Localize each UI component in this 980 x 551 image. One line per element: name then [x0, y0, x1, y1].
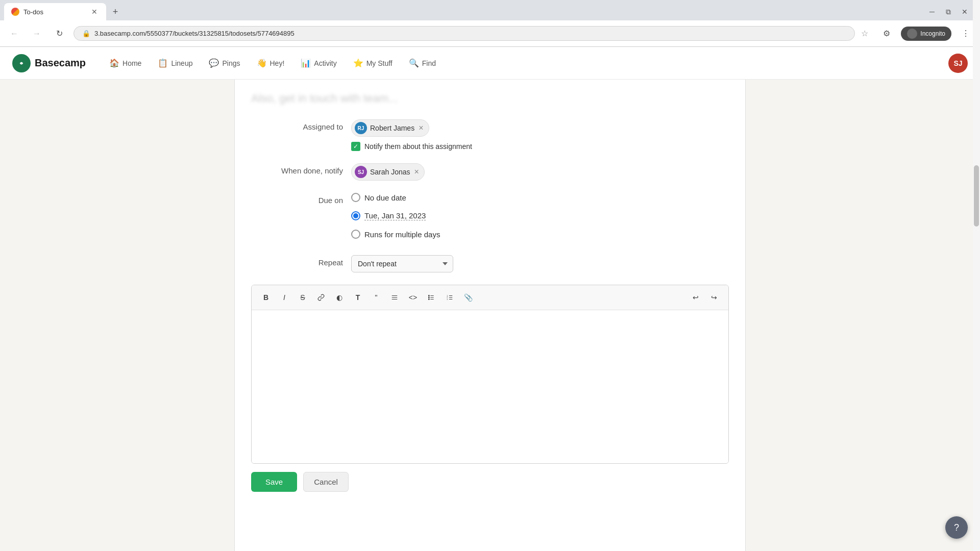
nav-hey[interactable]: 👋 Hey!: [250, 54, 292, 72]
nav-my-stuff-label: My Stuff: [366, 59, 393, 67]
logo-icon: [12, 54, 31, 72]
forward-button[interactable]: →: [29, 26, 45, 42]
main-content: Also, get in touch with team... Assigned…: [0, 80, 980, 551]
user-avatar[interactable]: SJ: [948, 54, 968, 73]
heading-button[interactable]: T: [350, 289, 366, 306]
nav-home[interactable]: 🏠 Home: [102, 54, 149, 72]
numbered-list-button[interactable]: 1 2 3: [442, 289, 458, 306]
svg-text:3: 3: [447, 298, 448, 300]
notify-person-chip[interactable]: SJ Sarah Jonas ×: [351, 163, 425, 181]
scrollbar-track: [973, 0, 980, 551]
specific-date-label[interactable]: Tue, Jan 31, 2023: [364, 211, 426, 220]
toolbar-right: ↩ ↪: [688, 289, 722, 306]
nav-hey-label: Hey!: [270, 59, 285, 67]
home-icon: 🏠: [109, 58, 119, 68]
menu-button[interactable]: ⋮: [958, 26, 974, 42]
incognito-label: Incognito: [920, 30, 945, 37]
extensions-button[interactable]: ⚙: [878, 26, 895, 42]
assigned-person-remove[interactable]: ×: [419, 124, 423, 132]
highlight-button[interactable]: ◐: [331, 289, 348, 306]
notify-checkbox-row[interactable]: ✓ Notify them about this assignment: [351, 142, 729, 151]
attachment-button[interactable]: 📎: [460, 289, 476, 306]
logo[interactable]: Basecamp: [12, 54, 86, 72]
new-tab-button[interactable]: +: [108, 5, 122, 19]
italic-button[interactable]: I: [276, 289, 292, 306]
notify-checkbox[interactable]: ✓: [351, 142, 360, 151]
nav-my-stuff[interactable]: ⭐ My Stuff: [346, 54, 400, 72]
multiple-days-radio[interactable]: [351, 230, 360, 239]
header-right: SJ: [948, 54, 968, 73]
notify-person-name: Sarah Jonas: [370, 168, 410, 176]
bookmark-button[interactable]: ☆: [861, 29, 868, 38]
help-button[interactable]: ?: [945, 516, 968, 539]
active-tab[interactable]: To-dos ✕: [4, 3, 106, 20]
nav-lineup-label: Lineup: [171, 59, 192, 67]
link-button[interactable]: [313, 289, 329, 306]
repeat-row: Repeat Don't repeat Every day Every week…: [251, 255, 729, 272]
bold-button[interactable]: B: [258, 289, 274, 306]
quote-button[interactable]: ": [368, 289, 384, 306]
activity-icon: 📊: [301, 58, 311, 68]
when-done-row: When done, notify SJ Sarah Jonas ×: [251, 163, 729, 181]
svg-point-7: [428, 295, 429, 296]
no-due-date-row[interactable]: No due date: [351, 193, 729, 202]
window-minimize[interactable]: ─: [925, 5, 939, 19]
save-button[interactable]: Save: [251, 472, 297, 492]
nav-lineup[interactable]: 📋 Lineup: [151, 54, 200, 72]
url-lock-icon: 🔒: [82, 30, 90, 37]
strikethrough-button[interactable]: S: [295, 289, 311, 306]
specific-date-radio[interactable]: [351, 211, 360, 220]
tab-favicon: [11, 8, 19, 16]
svg-point-8: [428, 297, 429, 298]
url-text: 3.basecamp.com/5550377/buckets/31325815/…: [94, 30, 295, 37]
back-button[interactable]: ←: [6, 26, 22, 42]
nav-pings[interactable]: 💬 Pings: [202, 54, 247, 72]
tab-bar: To-dos ✕ + ─ ⧉ ✕: [0, 0, 980, 20]
editor-body[interactable]: [252, 310, 728, 463]
when-done-label: When done, notify: [251, 163, 343, 175]
due-on-row: Due on No due date Tue, Jan 31, 2023: [251, 193, 729, 243]
pings-icon: 💬: [209, 58, 219, 68]
cancel-button[interactable]: Cancel: [303, 472, 349, 492]
url-bar[interactable]: 🔒 3.basecamp.com/5550377/buckets/3132581…: [74, 26, 855, 41]
code-button[interactable]: <>: [405, 289, 421, 306]
when-done-field: SJ Sarah Jonas ×: [351, 163, 729, 181]
reload-button[interactable]: ↻: [51, 26, 67, 42]
notify-person-remove[interactable]: ×: [414, 168, 419, 176]
main-nav: 🏠 Home 📋 Lineup 💬 Pings 👋 Hey! 📊 Activit…: [102, 54, 944, 72]
no-due-date-radio[interactable]: [351, 193, 360, 202]
browser-actions: ⚙: [878, 26, 895, 42]
bottom-bar: Save Cancel: [251, 472, 729, 492]
nav-activity-label: Activity: [314, 59, 336, 67]
assigned-to-row: Assigned to RJ Robert James × ✓ Notify t…: [251, 119, 729, 151]
no-due-date-label: No due date: [364, 193, 406, 202]
undo-button[interactable]: ↩: [688, 289, 704, 306]
repeat-select-wrapper: Don't repeat Every day Every week Every …: [351, 255, 729, 272]
nav-find[interactable]: 🔍 Find: [402, 54, 443, 72]
assigned-to-field: RJ Robert James × ✓ Notify them about th…: [351, 119, 729, 151]
specific-date-row[interactable]: Tue, Jan 31, 2023: [351, 211, 729, 220]
due-on-field: No due date Tue, Jan 31, 2023 Runs for m…: [351, 193, 729, 243]
nav-find-label: Find: [422, 59, 436, 67]
hey-icon: 👋: [257, 58, 267, 68]
tab-title: To-dos: [23, 8, 43, 16]
nav-activity[interactable]: 📊 Activity: [293, 54, 344, 72]
lineup-icon: 📋: [158, 58, 168, 68]
window-close[interactable]: ✕: [958, 5, 972, 19]
align-button[interactable]: [386, 289, 403, 306]
multiple-days-row[interactable]: Runs for multiple days: [351, 230, 729, 239]
tab-close-button[interactable]: ✕: [90, 7, 99, 16]
redo-button[interactable]: ↪: [706, 289, 722, 306]
window-maximize[interactable]: ⧉: [941, 5, 955, 19]
find-icon: 🔍: [409, 58, 419, 68]
app-header: Basecamp 🏠 Home 📋 Lineup 💬 Pings 👋 Hey! …: [0, 47, 980, 80]
bullet-list-button[interactable]: [423, 289, 439, 306]
repeat-select[interactable]: Don't repeat Every day Every week Every …: [351, 255, 453, 272]
assigned-person-chip[interactable]: RJ Robert James ×: [351, 119, 429, 137]
repeat-field: Don't repeat Every day Every week Every …: [351, 255, 729, 272]
my-stuff-icon: ⭐: [353, 58, 363, 68]
notify-label: Notify them about this assignment: [364, 142, 472, 151]
window-controls: ─ ⧉ ✕: [925, 5, 976, 19]
scrollbar-thumb[interactable]: [974, 165, 979, 227]
assigned-to-label: Assigned to: [251, 119, 343, 131]
